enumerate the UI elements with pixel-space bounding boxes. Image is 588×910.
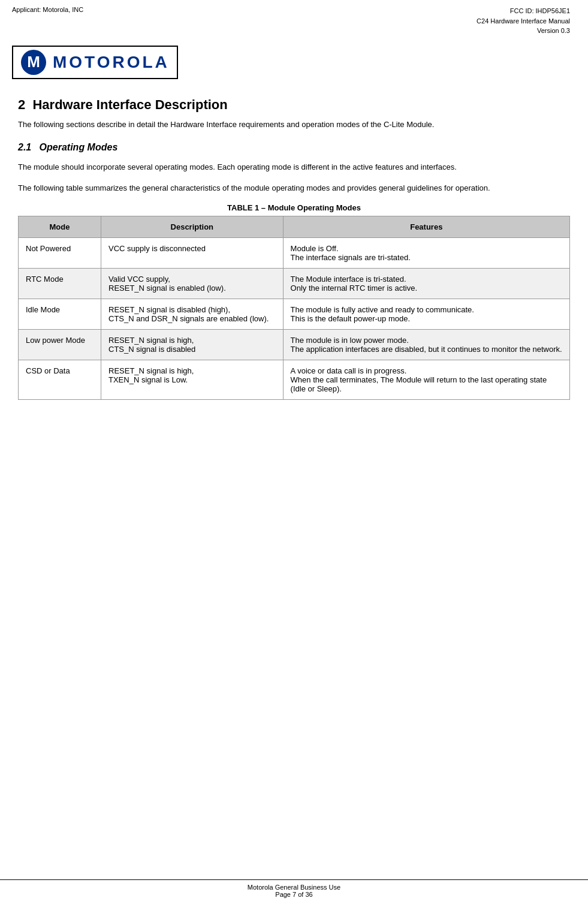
cell-description: RESET_N signal is high,TXEN_N signal is … [101,360,284,399]
cell-features: A voice or data call is in progress.When… [283,360,569,399]
page-footer: Motorola General Business Use Page 7 of … [0,879,588,898]
cell-description: VCC supply is disconnected [101,237,284,268]
table-row: CSD or DataRESET_N signal is high,TXEN_N… [19,360,570,399]
cell-features: The module is in low power mode.The appl… [283,329,569,360]
section21-para1: The module should incorporate several op… [18,161,570,174]
table-row: Not PoweredVCC supply is disconnectedMod… [19,237,570,268]
footer-line2: Page 7 of 36 [0,891,588,898]
header-applicant: Applicant: Motorola, INC [12,6,83,13]
table-header-row: Mode Description Features [19,216,570,237]
cell-mode: RTC Mode [19,268,101,299]
header-fcc-id: FCC ID: IHDP56JE1 [477,6,570,16]
cell-mode: Low power Mode [19,329,101,360]
section2-intro: The following sections describe in detai… [18,119,570,131]
section2-number: 2 [18,97,25,112]
table-row: Idle ModeRESET_N signal is disabled (hig… [19,299,570,329]
cell-description: RESET_N signal is disabled (high),CTS_N … [101,299,284,329]
cell-mode: Idle Mode [19,299,101,329]
cell-description: Valid VCC supply,RESET_N signal is enabl… [101,268,284,299]
cell-features: The module is fully active and ready to … [283,299,569,329]
section21-title: 2.1 Operating Modes [18,142,570,153]
section21-number: 2.1 [18,142,31,152]
cell-mode: CSD or Data [19,360,101,399]
section2-heading: Hardware Interface Description [32,97,227,112]
logo-area: M MOTOROLA [0,40,588,91]
cell-description: RESET_N signal is high,CTS_N signal is d… [101,329,284,360]
col-header-description: Description [101,216,284,237]
table-row: Low power ModeRESET_N signal is high,CTS… [19,329,570,360]
table-caption: TABLE 1 – Module Operating Modes [18,203,570,212]
header-right: FCC ID: IHDP56JE1 C24 Hardware Interface… [477,6,570,36]
logo-text: MOTOROLA [53,53,170,72]
section2-title: 2 Hardware Interface Description [18,97,570,113]
header-version: Version 0.3 [477,26,570,36]
page-header: Applicant: Motorola, INC FCC ID: IHDP56J… [0,0,588,40]
table-body: Not PoweredVCC supply is disconnectedMod… [19,237,570,399]
table-header: Mode Description Features [19,216,570,237]
motorola-m-icon: M [20,49,47,76]
section21-heading: Operating Modes [40,142,118,152]
footer-line1: Motorola General Business Use [0,884,588,891]
cell-features: Module is Off.The interface signals are … [283,237,569,268]
section21-para2: The following table summarizes the gener… [18,182,570,195]
col-header-features: Features [283,216,569,237]
cell-mode: Not Powered [19,237,101,268]
svg-text:M: M [27,53,40,71]
col-header-mode: Mode [19,216,101,237]
main-content: 2 Hardware Interface Description The fol… [0,91,588,442]
table-row: RTC ModeValid VCC supply,RESET_N signal … [19,268,570,299]
cell-features: The Module interface is tri-stated.Only … [283,268,569,299]
modes-table: Mode Description Features Not PoweredVCC… [18,216,570,400]
header-manual: C24 Hardware Interface Manual [477,16,570,26]
logo-box: M MOTOROLA [12,46,178,79]
